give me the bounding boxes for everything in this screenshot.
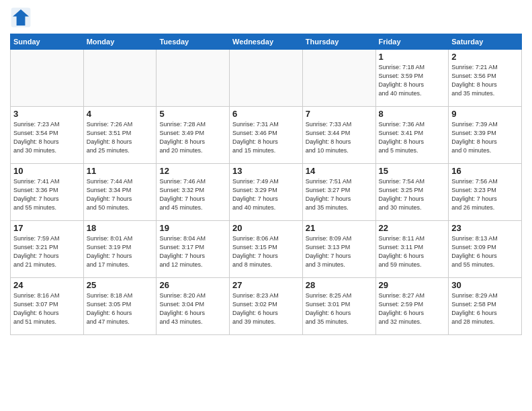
page-header [10, 7, 522, 28]
calendar-cell: 7Sunrise: 7:33 AM Sunset: 3:44 PM Daylig… [302, 107, 375, 164]
day-info: Sunrise: 7:49 AM Sunset: 3:29 PM Dayligh… [232, 177, 300, 212]
calendar-week-row: 3Sunrise: 7:23 AM Sunset: 3:54 PM Daylig… [11, 107, 522, 164]
day-info: Sunrise: 7:54 AM Sunset: 3:25 PM Dayligh… [379, 177, 446, 212]
calendar-cell: 6Sunrise: 7:31 AM Sunset: 3:46 PM Daylig… [230, 107, 303, 164]
day-number: 15 [379, 166, 446, 176]
day-info: Sunrise: 7:56 AM Sunset: 3:23 PM Dayligh… [451, 177, 519, 212]
day-info: Sunrise: 7:36 AM Sunset: 3:41 PM Dayligh… [379, 120, 446, 155]
calendar-cell: 5Sunrise: 7:28 AM Sunset: 3:49 PM Daylig… [157, 107, 230, 164]
calendar-cell: 17Sunrise: 7:59 AM Sunset: 3:21 PM Dayli… [11, 221, 84, 278]
calendar-cell: 22Sunrise: 8:11 AM Sunset: 3:11 PM Dayli… [375, 221, 449, 278]
day-info: Sunrise: 8:29 AM Sunset: 2:58 PM Dayligh… [451, 291, 519, 326]
day-info: Sunrise: 8:18 AM Sunset: 3:05 PM Dayligh… [87, 291, 154, 326]
day-info: Sunrise: 7:51 AM Sunset: 3:27 PM Dayligh… [306, 177, 373, 212]
day-number: 22 [379, 223, 446, 233]
day-info: Sunrise: 8:16 AM Sunset: 3:07 PM Dayligh… [13, 291, 81, 326]
calendar-cell: 14Sunrise: 7:51 AM Sunset: 3:27 PM Dayli… [302, 164, 375, 221]
calendar-cell: 9Sunrise: 7:39 AM Sunset: 3:39 PM Daylig… [449, 107, 522, 164]
day-info: Sunrise: 8:13 AM Sunset: 3:09 PM Dayligh… [451, 234, 519, 269]
day-number: 2 [451, 52, 519, 62]
day-info: Sunrise: 8:11 AM Sunset: 3:11 PM Dayligh… [379, 234, 446, 269]
calendar-cell: 4Sunrise: 7:26 AM Sunset: 3:51 PM Daylig… [83, 107, 157, 164]
day-number: 27 [232, 280, 300, 290]
day-number: 8 [379, 109, 446, 119]
day-info: Sunrise: 7:26 AM Sunset: 3:51 PM Dayligh… [87, 120, 154, 155]
calendar-cell: 23Sunrise: 8:13 AM Sunset: 3:09 PM Dayli… [449, 221, 522, 278]
day-info: Sunrise: 7:46 AM Sunset: 3:32 PM Dayligh… [159, 177, 226, 212]
calendar-cell [83, 50, 157, 107]
day-number: 23 [451, 223, 519, 233]
day-info: Sunrise: 8:09 AM Sunset: 3:13 PM Dayligh… [306, 234, 373, 269]
day-number: 12 [159, 166, 226, 176]
day-number: 9 [451, 109, 519, 119]
calendar-cell: 18Sunrise: 8:01 AM Sunset: 3:19 PM Dayli… [83, 221, 157, 278]
day-info: Sunrise: 8:04 AM Sunset: 3:17 PM Dayligh… [159, 234, 226, 269]
day-number: 19 [159, 223, 226, 233]
day-info: Sunrise: 7:23 AM Sunset: 3:54 PM Dayligh… [13, 120, 81, 155]
day-number: 20 [232, 223, 300, 233]
logo-icon [10, 7, 32, 28]
calendar-cell [230, 50, 303, 107]
day-info: Sunrise: 8:01 AM Sunset: 3:19 PM Dayligh… [87, 234, 154, 269]
calendar-week-row: 17Sunrise: 7:59 AM Sunset: 3:21 PM Dayli… [11, 221, 522, 278]
calendar-cell: 26Sunrise: 8:20 AM Sunset: 3:04 PM Dayli… [157, 278, 230, 335]
header-sunday: Sunday [11, 34, 84, 50]
calendar-cell [157, 50, 230, 107]
day-number: 16 [451, 166, 519, 176]
day-info: Sunrise: 7:39 AM Sunset: 3:39 PM Dayligh… [451, 120, 519, 155]
day-number: 1 [379, 52, 446, 62]
header-monday: Monday [83, 34, 157, 50]
calendar-cell: 12Sunrise: 7:46 AM Sunset: 3:32 PM Dayli… [157, 164, 230, 221]
calendar-week-row: 24Sunrise: 8:16 AM Sunset: 3:07 PM Dayli… [11, 278, 522, 335]
header-saturday: Saturday [449, 34, 522, 50]
day-info: Sunrise: 7:44 AM Sunset: 3:34 PM Dayligh… [87, 177, 154, 212]
calendar-cell: 29Sunrise: 8:27 AM Sunset: 2:59 PM Dayli… [375, 278, 449, 335]
calendar-cell: 20Sunrise: 8:06 AM Sunset: 3:15 PM Dayli… [230, 221, 303, 278]
header-tuesday: Tuesday [157, 34, 230, 50]
logo [10, 7, 34, 28]
calendar-cell: 2Sunrise: 7:21 AM Sunset: 3:56 PM Daylig… [449, 50, 522, 107]
calendar-cell: 19Sunrise: 8:04 AM Sunset: 3:17 PM Dayli… [157, 221, 230, 278]
calendar-cell: 21Sunrise: 8:09 AM Sunset: 3:13 PM Dayli… [302, 221, 375, 278]
day-info: Sunrise: 7:59 AM Sunset: 3:21 PM Dayligh… [13, 234, 81, 269]
calendar-cell: 15Sunrise: 7:54 AM Sunset: 3:25 PM Dayli… [375, 164, 449, 221]
day-number: 30 [451, 280, 519, 290]
day-info: Sunrise: 7:41 AM Sunset: 3:36 PM Dayligh… [13, 177, 81, 212]
header-thursday: Thursday [302, 34, 375, 50]
calendar-cell: 30Sunrise: 8:29 AM Sunset: 2:58 PM Dayli… [449, 278, 522, 335]
day-number: 26 [159, 280, 226, 290]
day-number: 29 [379, 280, 446, 290]
day-number: 11 [87, 166, 154, 176]
day-number: 13 [232, 166, 300, 176]
calendar-week-row: 10Sunrise: 7:41 AM Sunset: 3:36 PM Dayli… [11, 164, 522, 221]
day-number: 24 [13, 280, 81, 290]
calendar-cell [11, 50, 84, 107]
day-number: 4 [87, 109, 154, 119]
calendar-cell: 10Sunrise: 7:41 AM Sunset: 3:36 PM Dayli… [11, 164, 84, 221]
calendar-cell: 13Sunrise: 7:49 AM Sunset: 3:29 PM Dayli… [230, 164, 303, 221]
day-info: Sunrise: 8:06 AM Sunset: 3:15 PM Dayligh… [232, 234, 300, 269]
day-number: 18 [87, 223, 154, 233]
calendar-cell: 3Sunrise: 7:23 AM Sunset: 3:54 PM Daylig… [11, 107, 84, 164]
calendar-cell: 24Sunrise: 8:16 AM Sunset: 3:07 PM Dayli… [11, 278, 84, 335]
calendar-cell: 1Sunrise: 7:18 AM Sunset: 3:59 PM Daylig… [375, 50, 449, 107]
day-info: Sunrise: 7:18 AM Sunset: 3:59 PM Dayligh… [379, 63, 446, 98]
calendar-cell: 27Sunrise: 8:23 AM Sunset: 3:02 PM Dayli… [230, 278, 303, 335]
day-number: 5 [159, 109, 226, 119]
calendar-cell: 28Sunrise: 8:25 AM Sunset: 3:01 PM Dayli… [302, 278, 375, 335]
header-friday: Friday [375, 34, 449, 50]
calendar-cell: 11Sunrise: 7:44 AM Sunset: 3:34 PM Dayli… [83, 164, 157, 221]
day-info: Sunrise: 8:23 AM Sunset: 3:02 PM Dayligh… [232, 291, 300, 326]
day-number: 10 [13, 166, 81, 176]
day-number: 17 [13, 223, 81, 233]
day-info: Sunrise: 7:21 AM Sunset: 3:56 PM Dayligh… [451, 63, 519, 98]
day-info: Sunrise: 7:31 AM Sunset: 3:46 PM Dayligh… [232, 120, 300, 155]
day-info: Sunrise: 7:33 AM Sunset: 3:44 PM Dayligh… [306, 120, 373, 155]
calendar-header-row: Sunday Monday Tuesday Wednesday Thursday… [11, 34, 522, 50]
day-info: Sunrise: 8:27 AM Sunset: 2:59 PM Dayligh… [379, 291, 446, 326]
day-number: 25 [87, 280, 154, 290]
calendar-cell [302, 50, 375, 107]
day-number: 21 [306, 223, 373, 233]
calendar-week-row: 1Sunrise: 7:18 AM Sunset: 3:59 PM Daylig… [11, 50, 522, 107]
calendar-cell: 16Sunrise: 7:56 AM Sunset: 3:23 PM Dayli… [449, 164, 522, 221]
